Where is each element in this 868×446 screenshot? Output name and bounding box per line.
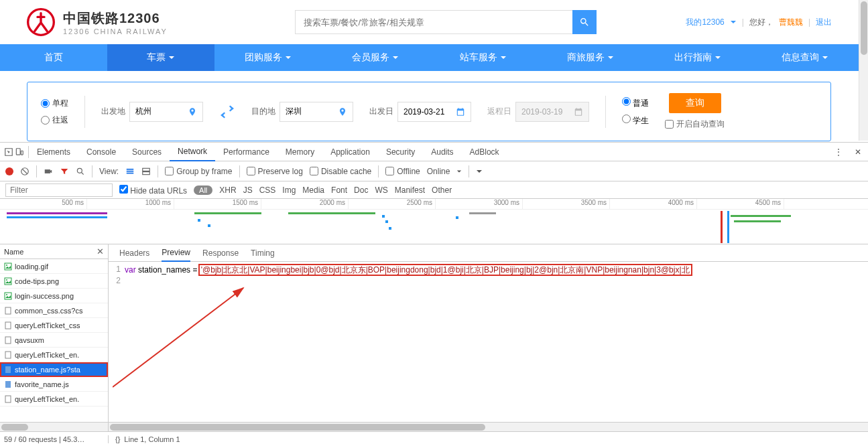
svg-rect-20 xyxy=(5,307,11,314)
to-input[interactable] xyxy=(280,102,353,122)
svg-point-19 xyxy=(6,294,7,295)
page-scrollbar[interactable] xyxy=(859,0,868,141)
filter-type-media[interactable]: Media xyxy=(302,185,324,195)
seat-student-radio[interactable]: 学生 xyxy=(622,115,649,127)
filter-type-js[interactable]: JS xyxy=(243,185,253,195)
request-row[interactable]: queryLeftTicket_css xyxy=(0,318,108,333)
detail-hscrollbar[interactable] xyxy=(109,422,868,431)
request-row[interactable]: favorite_name.js xyxy=(0,377,108,392)
seat-normal-radio[interactable]: 普通 xyxy=(622,97,649,109)
devtools-tab-sources[interactable]: Sources xyxy=(124,143,170,161)
large-view-icon[interactable] xyxy=(141,167,151,176)
svg-rect-22 xyxy=(5,337,11,344)
svg-rect-10 xyxy=(127,170,134,171)
devtools-tab-performance[interactable]: Performance xyxy=(215,143,277,161)
filter-icon[interactable] xyxy=(60,167,69,176)
filter-type-xhr[interactable]: XHR xyxy=(219,185,236,195)
devtools-tab-console[interactable]: Console xyxy=(78,143,124,161)
logo-text-en: 12306 CHINA RAILWAY xyxy=(63,27,168,35)
filter-type-css[interactable]: CSS xyxy=(259,185,276,195)
request-row[interactable]: login-success.png xyxy=(0,289,108,303)
trip-oneway-radio[interactable]: 单程 xyxy=(41,98,68,109)
devtools-tab-memory[interactable]: Memory xyxy=(277,143,322,161)
global-search-button[interactable] xyxy=(572,10,597,34)
filter-type-other[interactable]: Other xyxy=(432,185,452,195)
request-row[interactable]: queryLeftTicket_en. xyxy=(0,348,108,362)
hide-data-urls-checkbox[interactable]: Hide data URLs xyxy=(119,185,187,196)
list-hscrollbar[interactable] xyxy=(0,422,109,431)
auto-query-checkbox[interactable]: 开启自动查询 xyxy=(665,119,725,130)
devtools-tab-adblock[interactable]: AdBlock xyxy=(462,143,507,161)
filter-type-ws[interactable]: WS xyxy=(375,185,387,195)
request-row[interactable]: station_name.js?sta xyxy=(0,362,108,377)
disable-cache-checkbox[interactable]: Disable cache xyxy=(310,167,371,176)
camera-icon[interactable] xyxy=(44,167,53,176)
pin-icon xyxy=(188,106,197,118)
clear-icon[interactable] xyxy=(20,167,29,176)
svg-rect-25 xyxy=(5,381,11,388)
file-icon xyxy=(4,366,12,374)
calendar-icon xyxy=(456,107,465,117)
from-label: 出发地 xyxy=(101,106,125,117)
devtools-tab-elements[interactable]: Elements xyxy=(29,143,78,161)
devtools-close-icon[interactable]: ✕ xyxy=(848,147,868,157)
global-search-input[interactable] xyxy=(295,10,572,34)
filter-all-chip[interactable]: All xyxy=(194,185,212,195)
throttle-select[interactable]: Online xyxy=(427,167,450,176)
nav-item-6[interactable]: 出行指南 xyxy=(644,44,751,71)
record-button[interactable] xyxy=(5,167,13,175)
file-icon xyxy=(4,263,12,271)
request-row[interactable]: qavsuxm xyxy=(0,333,108,348)
nav-item-3[interactable]: 会员服务 xyxy=(322,44,429,71)
request-row[interactable]: common_css.css?cs xyxy=(0,303,108,318)
network-filter-bar: Hide data URLs All XHRJSCSSImgMediaFontD… xyxy=(0,181,868,199)
close-sidebar-icon[interactable]: ✕ xyxy=(97,246,104,256)
devtools-menu-icon[interactable]: ⋮ xyxy=(829,147,848,157)
search-icon[interactable] xyxy=(76,167,85,176)
devtools-tabs: ElementsConsoleSourcesNetworkPerformance… xyxy=(0,143,868,161)
nav-item-1[interactable]: 车票 xyxy=(107,44,214,71)
query-button[interactable]: 查询 xyxy=(669,93,721,113)
logo[interactable]: 中国铁路12306 12306 CHINA RAILWAY xyxy=(27,8,168,36)
svg-point-17 xyxy=(6,279,7,281)
request-row[interactable]: loading.gif xyxy=(0,259,108,274)
detail-tab-response[interactable]: Response xyxy=(202,244,239,262)
nav-item-4[interactable]: 站车服务 xyxy=(430,44,537,71)
filter-type-manifest[interactable]: Manifest xyxy=(395,185,425,195)
filter-type-doc[interactable]: Doc xyxy=(354,185,368,195)
nav-item-7[interactable]: 信息查询 xyxy=(751,44,859,71)
request-row[interactable]: code-tips.png xyxy=(0,274,108,289)
chevron-down-icon[interactable] xyxy=(476,168,483,175)
network-filter-input[interactable] xyxy=(5,183,113,197)
detail-tab-timing[interactable]: Timing xyxy=(251,244,275,262)
my-account-link[interactable]: 我的12306 xyxy=(686,17,724,28)
logout-link[interactable]: 退出 xyxy=(816,17,832,28)
from-input[interactable] xyxy=(129,102,203,122)
filter-type-img[interactable]: Img xyxy=(282,185,296,195)
devtools-tab-network[interactable]: Network xyxy=(170,143,215,161)
swap-icon[interactable] xyxy=(219,104,235,120)
device-toggle-icon[interactable] xyxy=(15,147,24,157)
nav-item-2[interactable]: 团购服务 xyxy=(214,44,322,71)
depart-date-input[interactable] xyxy=(397,102,471,122)
devtools-tab-security[interactable]: Security xyxy=(378,143,423,161)
network-waterfall[interactable]: 500 ms1000 ms1500 ms2000 ms2500 ms3000 m… xyxy=(0,199,868,244)
nav-item-5[interactable]: 商旅服务 xyxy=(537,44,644,71)
devtools-tab-application[interactable]: Application xyxy=(322,143,378,161)
nav-item-0[interactable]: 首页 xyxy=(0,44,107,71)
trip-round-radio[interactable]: 往返 xyxy=(41,115,68,126)
filter-type-font[interactable]: Font xyxy=(331,185,347,195)
list-header-name[interactable]: Name xyxy=(4,248,23,256)
devtools-tab-audits[interactable]: Audits xyxy=(423,143,461,161)
request-row[interactable]: queryLeftTicket_en. xyxy=(0,392,108,406)
detail-tab-headers[interactable]: Headers xyxy=(119,244,149,262)
list-view-icon[interactable] xyxy=(125,167,135,176)
preserve-log-checkbox[interactable]: Preserve log xyxy=(247,167,303,176)
inspect-icon[interactable] xyxy=(4,147,13,157)
preview-code[interactable]: 1var station_names = '@bjb|北京北|VAP|beiji… xyxy=(109,262,868,422)
detail-tab-preview[interactable]: Preview xyxy=(162,244,190,262)
offline-checkbox[interactable]: Offline xyxy=(385,167,420,176)
svg-rect-12 xyxy=(143,168,150,171)
group-by-frame-checkbox[interactable]: Group by frame xyxy=(165,167,232,176)
chevron-down-icon xyxy=(392,54,399,61)
